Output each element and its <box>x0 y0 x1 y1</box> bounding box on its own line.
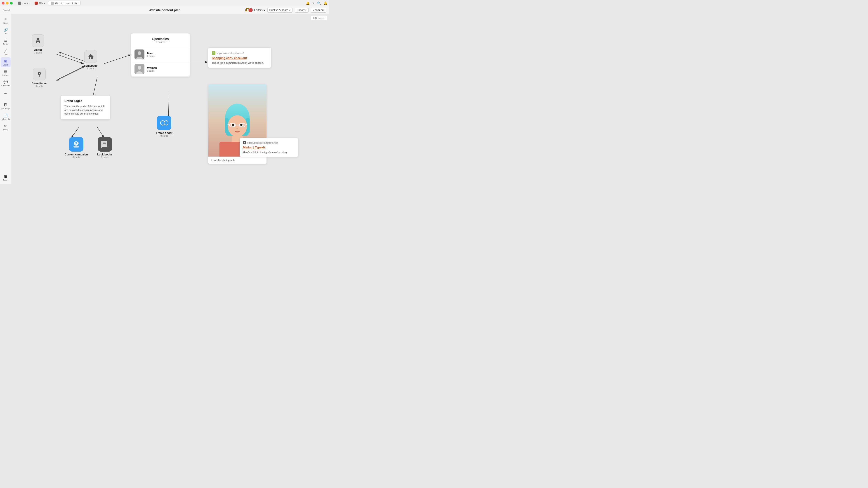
typekit-icon: T <box>243 141 246 144</box>
sidebar-item-draw[interactable]: ✏ Draw <box>1 122 11 132</box>
svg-rect-18 <box>103 142 105 143</box>
brand-pages-card[interactable]: Brand pages These are the parts of the s… <box>61 95 110 120</box>
draw-label: Draw <box>3 129 8 131</box>
frame-finder-subtitle: 0 cards <box>160 135 168 137</box>
tab-work[interactable]: Work <box>32 1 47 5</box>
tab-home-label: Home <box>23 2 29 4</box>
document-title: Website content plan <box>149 8 181 12</box>
shopify-description: This is the e-commerce platform we've ch… <box>212 61 268 64</box>
about-subtitle: 3 cards <box>34 52 42 54</box>
sidebar-item-column[interactable]: ▤ Column <box>1 68 11 78</box>
current-campaign-node[interactable]: Current campaign 0 cards <box>65 137 88 159</box>
editor-avatar-2 <box>248 8 253 12</box>
column-icon: ▤ <box>4 69 7 74</box>
store-finder-title: Store finder <box>32 82 47 85</box>
tab-canvas-label: Website content plan <box>55 2 79 4</box>
trash-label: Trash <box>3 179 8 181</box>
sidebar-item-note[interactable]: ≡ Note <box>1 16 11 26</box>
about-icon: A <box>32 34 44 47</box>
unsorted-badge[interactable]: 0 Unsorted <box>311 16 327 20</box>
about-title: About <box>34 48 42 52</box>
sidebar: ≡ Note 🔗 Link ☰ To-do ╱ Line ⊞ Board ▤ C… <box>0 14 11 184</box>
lookbooks-title: Look books <box>97 153 112 156</box>
export-button[interactable]: Export ▾ <box>295 8 309 13</box>
typekit-card[interactable]: T https://typekit.com/fonts/minion Minio… <box>240 138 298 157</box>
arrow-storefinder-homepage <box>58 66 85 79</box>
notification-icon[interactable]: 🔔 <box>306 1 310 5</box>
spectacles-header: Spectacles 2 boards <box>131 33 190 47</box>
shopify-icon-letter: S <box>213 52 215 55</box>
close-button[interactable] <box>2 2 4 4</box>
work-tab-icon <box>35 2 38 5</box>
zoom-button[interactable]: Zoom out <box>311 8 327 13</box>
sidebar-item-link[interactable]: 🔗 Link <box>1 26 11 36</box>
shopify-url-text: https://www.shopify.com/ <box>217 52 244 55</box>
svg-point-31 <box>232 124 235 126</box>
editors-label: Editors <box>254 8 262 12</box>
svg-rect-17 <box>103 142 106 142</box>
traffic-lights <box>2 2 13 4</box>
sidebar-item-board[interactable]: ⊞ Board <box>1 57 11 67</box>
link-label: Link <box>4 33 7 35</box>
homepage-icon <box>84 50 97 63</box>
line-label: Line <box>4 53 7 56</box>
arrow-homepage-about <box>59 52 85 61</box>
spectacles-card[interactable]: Spectacles 2 boards Man 0 cards <box>131 33 190 77</box>
canvas-tab-icon <box>51 2 54 5</box>
sidebar-item-add-image[interactable]: 🖼 Add image <box>1 101 11 111</box>
sidebar-item-comment[interactable]: 💬 Comment <box>1 78 11 88</box>
frame-finder-node[interactable]: Frame finder 0 cards <box>156 116 173 137</box>
store-finder-node[interactable]: Store finder 6 cards <box>32 68 47 88</box>
photo-caption: Love this photograph. <box>208 157 267 164</box>
look-books-node[interactable]: Look books 0 cards <box>97 137 112 159</box>
typekit-description: Here's a link to the typeface we're usin… <box>243 151 295 154</box>
sidebar-item-line[interactable]: ╱ Line <box>1 47 11 57</box>
spectacles-title: Spectacles <box>135 37 186 41</box>
tab-home[interactable]: Home <box>16 1 31 5</box>
spectacles-woman-row[interactable]: Woman 0 cards <box>131 62 190 76</box>
publish-button[interactable]: Publish & share ▾ <box>268 8 292 13</box>
campaign-title: Current campaign <box>65 153 88 156</box>
minimize-button[interactable] <box>6 2 8 4</box>
woman-thumbnail <box>134 64 145 74</box>
publish-chevron: ▾ <box>289 8 290 12</box>
campaign-icon <box>69 137 84 152</box>
search-icon[interactable]: 🔍 <box>317 1 321 5</box>
unsorted-label: 0 Unsorted <box>313 17 325 20</box>
link-icon: 🔗 <box>3 28 8 32</box>
help-icon[interactable]: ? <box>312 1 314 5</box>
sidebar-item-more[interactable]: ··· <box>1 89 11 98</box>
svg-point-28 <box>228 115 247 137</box>
svg-point-9 <box>138 66 141 70</box>
tab-bar: Home Work Website content plan <box>16 1 81 5</box>
homepage-node[interactable]: Homepage 7 cards <box>84 50 97 70</box>
shopify-card[interactable]: S https://www.shopify.com/ Shopping cart… <box>208 47 271 68</box>
titlebar: Home Work Website content plan 🔔 ? 🔍 🔔 <box>0 0 329 6</box>
svg-point-0 <box>247 9 248 11</box>
comment-label: Comment <box>1 85 10 87</box>
svg-rect-19 <box>103 143 106 144</box>
sidebar-item-upload[interactable]: 📄 Upload file <box>1 112 11 122</box>
todo-icon: ☰ <box>4 38 7 42</box>
man-info: Man 0 cards <box>147 52 155 57</box>
shopify-link[interactable]: Shopping cart / checkout <box>212 56 268 60</box>
editors-button[interactable]: Editors ▾ <box>245 8 265 12</box>
arrow-brandpages-lookbooks <box>97 127 104 138</box>
trash-button[interactable]: 🗑 Trash <box>1 173 11 183</box>
saved-status: Saved <box>3 9 10 11</box>
spectacles-man-row[interactable]: Man 0 cards <box>131 47 190 62</box>
alert-icon[interactable]: 🔔 <box>323 1 327 5</box>
sidebar-item-todo[interactable]: ☰ To-do <box>1 37 11 46</box>
svg-point-4 <box>39 73 40 74</box>
maximize-button[interactable] <box>10 2 13 4</box>
canvas: 0 Unsorted <box>11 14 329 184</box>
homepage-subtitle: 7 cards <box>87 67 94 70</box>
about-node[interactable]: A About 3 cards <box>32 34 44 54</box>
woman-info: Woman 0 cards <box>147 66 157 72</box>
more-icon: ··· <box>4 92 7 96</box>
man-subtitle: 0 cards <box>147 55 155 57</box>
woman-subtitle: 0 cards <box>147 70 157 72</box>
tab-canvas[interactable]: Website content plan <box>48 1 81 5</box>
typekit-link[interactable]: Minion | Typekit <box>243 146 295 149</box>
man-title: Man <box>147 52 155 55</box>
